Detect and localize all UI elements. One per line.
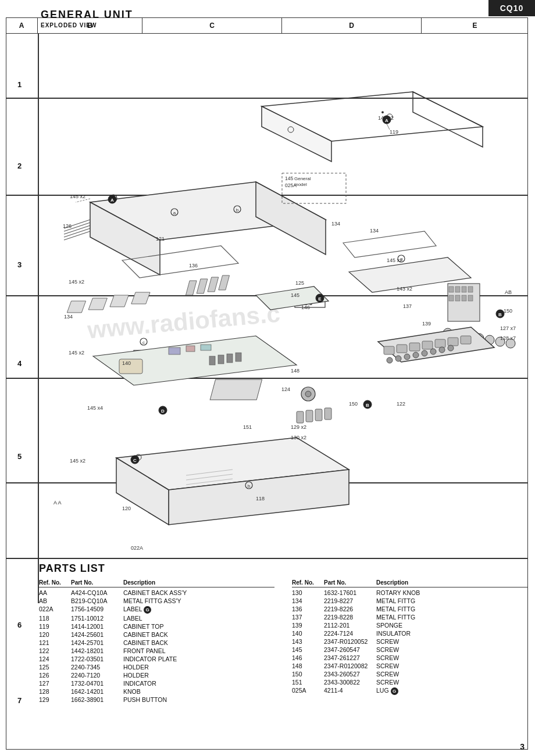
svg-text:134: 134 <box>370 228 379 234</box>
svg-text:127 x7: 127 x7 <box>500 325 516 331</box>
svg-rect-44 <box>422 341 433 349</box>
parts-header-right: Ref. No. Part No. Description <box>292 579 527 587</box>
col-header-a: A <box>6 17 38 33</box>
list-item: 1191414-12001CABINET TOP <box>39 622 274 630</box>
list-item: 1392112-201SPONGE <box>292 621 527 629</box>
svg-marker-1 <box>413 92 483 147</box>
svg-point-50 <box>404 354 410 360</box>
svg-point-53 <box>430 349 436 354</box>
svg-rect-25 <box>449 286 454 292</box>
svg-text:140: 140 <box>122 360 131 366</box>
col-header-c: C <box>142 17 282 33</box>
row-label-7: 7 <box>17 696 22 705</box>
svg-rect-64 <box>227 354 233 363</box>
list-item: ABB219-CQ10AMETAL FITTG ASS'Y <box>39 597 274 605</box>
list-item: 1252240-7345HOLDER <box>39 663 274 671</box>
cabinet-back-group: 145 025A General model 134 <box>64 173 346 275</box>
cabinet-top-group: ● <box>262 92 483 162</box>
svg-text:●: ● <box>381 109 384 115</box>
svg-rect-31 <box>462 295 466 301</box>
svg-text:119: 119 <box>390 129 398 135</box>
svg-text:D: D <box>161 409 165 414</box>
list-item: 1512343-300822SCREW <box>292 678 527 686</box>
cabinet-bottom-group <box>116 438 349 525</box>
indicators-group <box>210 379 331 423</box>
svg-rect-89 <box>315 409 322 421</box>
svg-rect-26 <box>455 286 460 292</box>
svg-text:129 x2: 129 x2 <box>291 424 306 430</box>
svg-rect-77 <box>208 277 219 292</box>
svg-rect-65 <box>236 353 241 361</box>
svg-rect-41 <box>384 346 394 354</box>
svg-rect-59 <box>169 347 180 354</box>
svg-point-49 <box>395 356 401 361</box>
svg-rect-27 <box>462 286 466 292</box>
svg-text:143 x2: 143 x2 <box>397 286 412 292</box>
list-item: 1372219-8228METAL FITTG <box>292 613 527 621</box>
parts-list-section: PARTS LIST Ref. No. Part No. Description… <box>39 562 527 704</box>
svg-rect-28 <box>468 286 473 292</box>
svg-text:A A: A A <box>54 500 62 506</box>
model-label: CQ10 <box>500 3 524 13</box>
svg-text:148: 148 <box>291 368 299 374</box>
svg-rect-46 <box>448 338 458 346</box>
svg-text:118: 118 <box>256 496 265 501</box>
svg-rect-74 <box>131 292 150 304</box>
svg-rect-72 <box>88 298 107 310</box>
svg-marker-7 <box>256 182 326 255</box>
list-item: 1211424-25701CABINET BACK <box>39 639 274 647</box>
ph-desc-left: Description <box>123 579 274 586</box>
svg-rect-63 <box>218 355 224 364</box>
svg-text:146: 146 <box>301 304 310 310</box>
svg-rect-32 <box>468 295 473 301</box>
list-item: 022A1756-14509LABEL G <box>39 605 274 614</box>
svg-text:151: 151 <box>243 424 252 430</box>
list-item: 1241722-03501INDICATOR PLATE <box>39 655 274 663</box>
svg-rect-73 <box>110 295 129 307</box>
svg-text:a: a <box>173 210 176 216</box>
list-item: 1201424-25601CABINET BACK <box>39 630 274 639</box>
ph-desc-right: Description <box>376 579 527 586</box>
svg-rect-87 <box>297 411 304 423</box>
page-number: 3 <box>520 742 525 751</box>
svg-text:B: B <box>498 312 502 317</box>
list-item: 1221442-18201FRONT PANEL <box>39 647 274 655</box>
list-item: 1291662-38901PUSH BUTTON <box>39 696 274 704</box>
svg-rect-76 <box>197 279 208 293</box>
svg-text:b: b <box>248 483 251 489</box>
svg-text:125: 125 <box>295 280 304 286</box>
list-item: 1432347-R0120052SCREW <box>292 637 527 646</box>
svg-line-154 <box>387 124 390 130</box>
svg-text:145 x2: 145 x2 <box>69 279 84 285</box>
svg-text:121: 121 <box>156 236 165 242</box>
parts-list-left: Ref. No. Part No. Description AAA424-CQ1… <box>39 579 274 704</box>
svg-text:022A: 022A <box>131 545 143 551</box>
svg-text:134: 134 <box>64 314 73 320</box>
list-item: 1181751-10012LABEL <box>39 614 274 622</box>
list-item: 1462347-261227SCREW <box>292 654 527 662</box>
svg-text:c: c <box>142 340 145 345</box>
svg-point-51 <box>413 352 419 358</box>
svg-text:145 x2: 145 x2 <box>70 194 85 199</box>
svg-rect-29 <box>449 295 454 301</box>
svg-text:134: 134 <box>331 221 340 227</box>
svg-rect-45 <box>435 339 445 347</box>
svg-text:145 x2: 145 x2 <box>387 257 402 263</box>
ph-refno-right: Ref. No. <box>292 579 324 586</box>
svg-text:124: 124 <box>281 386 290 392</box>
horiz-div-6 <box>6 558 528 559</box>
svg-point-92 <box>305 391 311 397</box>
svg-text:136: 136 <box>189 263 198 268</box>
ph-partno-left: Part No. <box>71 579 123 586</box>
svg-text:137: 137 <box>403 303 412 309</box>
svg-text:E: E <box>318 296 322 302</box>
svg-text:145 x4: 145 x4 <box>87 405 103 411</box>
parts-list-title: PARTS LIST <box>39 562 527 575</box>
svg-text:150: 150 <box>349 401 358 407</box>
list-item: 1262240-7120HOLDER <box>39 671 274 679</box>
col-header-d: D <box>282 17 422 33</box>
list-item: 1402224-7124INSULATOR <box>292 629 527 637</box>
svg-text:A: A <box>110 198 114 203</box>
svg-text:b: b <box>236 207 239 213</box>
parts-list-right: Ref. No. Part No. Description 1301632-17… <box>292 579 527 704</box>
